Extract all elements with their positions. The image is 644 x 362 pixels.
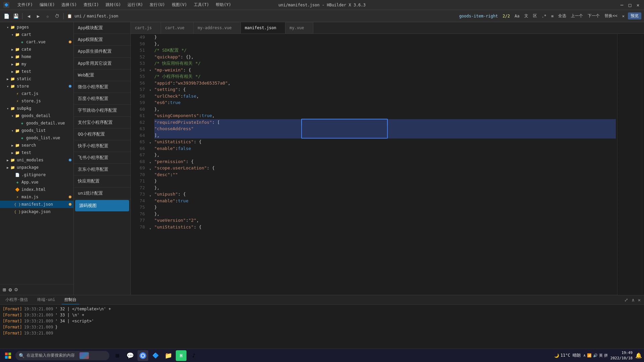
tree-item-store-cart-js[interactable]: ⚡ cart.js [0,90,73,97]
tree-item-my[interactable]: ▶ 📁 my [0,60,73,68]
sidebar-icon-3[interactable]: ☺ [14,287,18,293]
tree-item-subpkg-test[interactable]: ▶ 📁 test [0,149,73,156]
menu-file[interactable]: 文件(F) [16,1,34,8]
taskbar-search-box[interactable]: 🔍 在这里输入你要搜索的内容 [15,351,109,360]
show-hidden-icons[interactable]: ∧ [583,353,586,358]
minimize-button[interactable]: ─ [619,2,625,8]
clock[interactable]: 19:49 2022/10/18 [610,350,633,361]
fold-78[interactable]: ▾ [148,225,153,232]
menu-run[interactable]: 运行(R) [126,1,144,8]
match-chinese-button[interactable]: 文 [523,12,530,19]
close-button[interactable]: ✕ [635,2,641,8]
taskbar-file-manager-icon[interactable]: 📁 [163,350,174,361]
forward-icon[interactable]: ▶ [35,12,42,20]
tab-cart-js[interactable]: cart.js ✕ [131,22,161,34]
new-file-icon[interactable]: 📄 [3,12,10,20]
tree-item-gitignore[interactable]: 📄 .gitignore [0,171,73,178]
tab-cart-vue[interactable]: cart.vue ✕ [161,22,194,34]
network-icon[interactable]: 📶 [587,353,592,358]
tree-item-unpackage[interactable]: ▶ 📁 unpackage [0,164,73,171]
save-icon[interactable]: 💾 [12,12,19,20]
file-icon[interactable]: 📋 [66,12,72,20]
tree-item-index-html[interactable]: 🔶 index.html [0,186,73,193]
taskbar-chrome-icon[interactable] [138,350,148,361]
back-icon[interactable]: ◀ [25,12,33,20]
tree-item-cart[interactable]: ▾ 📁 cart [0,31,73,38]
menu-publish[interactable]: 发行(U) [148,1,166,8]
settings-wechat[interactable]: 微信小程序配置 [74,81,130,93]
fold-73[interactable]: ▾ [148,193,153,199]
fold-54[interactable]: ▾ [148,67,153,73]
tree-item-static[interactable]: ▶ 📁 static [0,75,73,83]
settings-uni-stats[interactable]: uni统计配置 [74,188,130,199]
taskbar-hbuilder2-icon[interactable]: H [176,350,186,361]
tab-console[interactable]: 控制台 [62,296,79,304]
settings-quick-app[interactable]: 快应用配置 [74,175,130,187]
code-editor[interactable]: 49 50 51 52 53 54 55 56 57 58 59 60 61 6… [131,34,644,295]
menu-goto[interactable]: 跳转(G) [104,1,122,8]
tree-item-store-js[interactable]: ⚡ store.js [0,97,73,105]
menu-view[interactable]: 视图(V) [170,1,189,8]
settings-app-module[interactable]: App模块配置 [74,22,130,34]
tree-item-goods-detail[interactable]: ▾ 📁 goods_detail [0,112,73,119]
breadcrumb-file[interactable]: manifest.json [87,14,118,18]
tree-item-search[interactable]: ▶ 📁 search [0,142,73,149]
tab-manifest-json[interactable]: manifest.json ✕ [241,22,285,34]
tree-item-manifest-json[interactable]: { } manifest.json [0,201,73,208]
fold-57[interactable]: ▾ [148,87,153,94]
ime-indicator[interactable]: 拼 [604,353,608,358]
next-match-button[interactable]: 下一个 [586,12,601,19]
tab-terminal-uni[interactable]: 终端·uni [35,296,58,304]
tab-my-vue[interactable]: my.vue ✕ [285,22,313,34]
settings-app-permission[interactable]: App权限配置 [74,34,130,46]
menu-select[interactable]: 选择(S) [60,1,78,8]
tree-item-goods-detail-vue[interactable]: ◈ goods_detail.vue [0,119,73,127]
bottom-close-icon[interactable]: ✕ [637,297,641,303]
fold-69[interactable]: ▾ [148,166,153,173]
preview-button[interactable]: 预览 [628,12,641,19]
settings-source-view[interactable]: 源码视图 [75,200,129,211]
bottom-expand-icon[interactable]: ⤢ [624,297,629,303]
maximize-button[interactable]: □ [627,2,633,8]
settings-app-native-plugin[interactable]: App原生插件配置 [74,46,130,57]
bookmark-icon[interactable]: ☆ [44,12,51,20]
tree-item-cart-vue[interactable]: ◈ cart.vue [0,38,73,46]
match-boundary-button[interactable]: 区 [532,12,538,19]
taskbar-tiktok-icon[interactable]: ♪ [189,350,199,361]
tree-item-store[interactable]: ▾ 📁 store [0,83,73,90]
settings-bytedance[interactable]: 字节跳动小程序配置 [74,105,130,116]
match-regex-button[interactable]: .* [540,13,548,19]
tree-item-subpkg[interactable]: ▾ 📁 subpkg [0,105,73,112]
sidebar-icon-2[interactable]: ⚙ [9,287,12,293]
settings-baidu[interactable]: 百度小程序配置 [74,93,130,105]
settings-kuaishou[interactable]: 快手小程序配置 [74,140,130,152]
tree-item-home[interactable]: ▶ 📁 home [0,53,73,60]
tree-item-uni-modules[interactable]: ▶ 📁 uni_modules [0,156,73,164]
match-multiline-button[interactable]: ≡ [550,13,555,19]
taskbar-widget-icon[interactable]: ⊞ [112,350,123,361]
prev-match-button[interactable]: 上一个 [570,12,584,19]
tree-item-pages[interactable]: ▾ 📁 pages [0,23,73,31]
history-icon[interactable]: ⏱ [53,12,61,20]
menu-find[interactable]: 查找(I) [82,1,100,8]
settings-app-other[interactable]: App常用其它设置 [74,58,130,69]
start-button[interactable] [2,350,14,362]
settings-jd[interactable]: 京东小程序配置 [74,164,130,175]
menu-tools[interactable]: 工具(T) [193,1,211,8]
lang-indicator[interactable]: 英 [599,353,603,358]
settings-alipay[interactable]: 支付宝小程序配置 [74,117,130,128]
tree-item-goods-list-vue[interactable]: ◈ goods_list.vue [0,134,73,142]
close-search-button[interactable]: ✕ [621,13,626,19]
match-case-button[interactable]: Aa [513,13,521,19]
tree-item-cate[interactable]: ▶ 📁 cate [0,46,73,53]
fold-68[interactable]: ▾ [148,159,153,166]
tab-miniapp-wechat[interactable]: 小程序·微信 [3,296,31,304]
sidebar-icon-1[interactable]: ⊞ [3,287,6,293]
tab-my-address-vue[interactable]: my-address.vue ✕ [194,22,241,34]
fold-65[interactable]: ▾ [148,139,153,146]
taskbar-chat-icon[interactable]: 💬 [125,350,136,361]
tree-item-package-json[interactable]: { } package.json [0,208,73,215]
breadcrumb-uni[interactable]: uni [74,14,82,18]
replace-button[interactable]: 替换<< [603,12,619,19]
settings-qq[interactable]: QQ小程序配置 [74,128,130,140]
